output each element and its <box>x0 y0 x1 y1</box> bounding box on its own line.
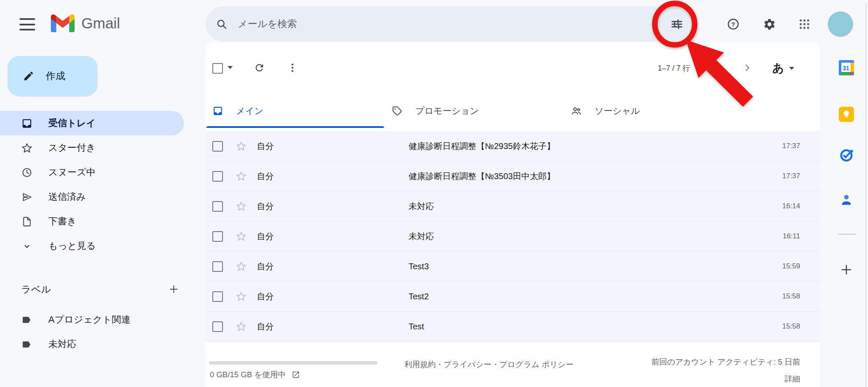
contacts-icon <box>839 192 854 207</box>
sidebar-item-snoozed[interactable]: スヌーズ中 <box>0 160 184 185</box>
email-row[interactable]: 自分 Test3 15:59 <box>206 252 820 282</box>
email-sender: 自分 <box>257 201 409 212</box>
help-button[interactable]: ? <box>721 12 745 36</box>
email-row[interactable]: 自分 健康診断日程調整【№3503田中太郎】 17:37 <box>206 161 820 191</box>
mail-list-panel: 1–7 / 7 行 あ メイン プロモーション <box>206 42 820 387</box>
svg-text:31: 31 <box>843 65 849 72</box>
email-time: 16:14 <box>782 202 800 210</box>
sidebar-item-inbox[interactable]: 受信トレイ <box>0 111 184 135</box>
email-row[interactable]: 自分 健康診断日程調整【№2935鈴木花子】 17:37 <box>206 131 820 161</box>
email-list: 自分 健康診断日程調整【№2935鈴木花子】 17:37 自分 健康診断日程調整… <box>206 131 820 342</box>
email-row[interactable]: 自分 未対応 16:14 <box>206 191 820 221</box>
get-addons-button[interactable] <box>837 260 856 279</box>
row-checkbox[interactable] <box>212 141 223 152</box>
people-icon <box>571 105 582 116</box>
compose-button[interactable]: 作成 <box>8 56 97 96</box>
gmail-window: Gmail ? <box>0 0 868 387</box>
compose-label: 作成 <box>46 69 65 83</box>
contacts-button[interactable] <box>837 191 856 209</box>
activity-details-link[interactable]: 詳細 <box>785 373 800 384</box>
search-bar[interactable] <box>206 6 694 41</box>
star-icon[interactable] <box>236 231 247 242</box>
clock-icon <box>21 167 33 178</box>
svg-text:?: ? <box>731 21 735 28</box>
next-page-button[interactable] <box>739 59 756 76</box>
star-icon[interactable] <box>236 261 247 272</box>
email-sender: 自分 <box>257 321 409 332</box>
pencil-icon <box>23 70 34 82</box>
email-time: 17:37 <box>782 142 800 150</box>
row-checkbox[interactable] <box>212 231 223 242</box>
sidebar-item-starred[interactable]: スター付き <box>0 135 184 160</box>
more-options-button[interactable] <box>283 58 302 77</box>
settings-button[interactable] <box>757 12 781 36</box>
search-input[interactable] <box>237 18 665 30</box>
tab-social[interactable]: ソーシャル <box>564 94 743 128</box>
primary-inbox-icon <box>212 105 223 116</box>
email-row[interactable]: 自分 未対応 16:11 <box>206 221 820 252</box>
inbox-tabs: メイン プロモーション ソーシャル <box>206 94 743 128</box>
labels-header: ラベル <box>21 279 51 299</box>
keep-icon <box>839 107 854 122</box>
tag-icon <box>392 105 403 116</box>
rail-divider <box>838 234 856 235</box>
email-time: 15:58 <box>782 292 800 301</box>
main-menu-button[interactable] <box>19 18 35 30</box>
refresh-icon <box>254 62 265 73</box>
label-tag-icon <box>21 314 33 326</box>
sidebar-item-more[interactable]: もっと見る <box>0 234 184 258</box>
refresh-button[interactable] <box>250 58 269 77</box>
account-avatar[interactable] <box>828 11 853 37</box>
select-dropdown-caret[interactable] <box>228 66 233 69</box>
tune-icon <box>670 18 683 30</box>
google-apps-button[interactable] <box>793 12 816 36</box>
email-subject: 未対応 <box>409 201 782 212</box>
last-account-activity: 前回のアカウント アクティビティ: 5 日前 <box>651 357 800 367</box>
email-time: 16:11 <box>783 232 800 240</box>
sidebar-item-drafts[interactable]: 下書き <box>0 209 184 234</box>
pagination-status: 1–7 / 7 行 <box>658 63 690 73</box>
tab-primary[interactable]: メイン <box>206 94 385 128</box>
policy-links[interactable]: 利用規約・プライバシー・プログラム ポリシー <box>404 359 573 370</box>
email-subject: Test <box>409 322 782 332</box>
email-sender: 自分 <box>257 261 409 272</box>
apps-grid-icon <box>798 18 810 30</box>
star-icon[interactable] <box>236 201 247 212</box>
draft-icon <box>21 216 33 227</box>
keep-button[interactable] <box>837 105 856 124</box>
search-options-button[interactable] <box>665 12 689 36</box>
calendar-icon: 31 <box>839 60 854 75</box>
email-row[interactable]: 自分 Test2 15:58 <box>206 282 820 312</box>
row-checkbox[interactable] <box>212 261 223 272</box>
tasks-button[interactable] <box>837 146 856 165</box>
more-vert-icon <box>287 62 298 73</box>
row-checkbox[interactable] <box>212 201 223 212</box>
star-icon[interactable] <box>236 321 247 332</box>
tasks-icon <box>839 148 854 163</box>
row-checkbox[interactable] <box>212 321 223 332</box>
star-icon[interactable] <box>236 291 247 302</box>
input-tools-button[interactable]: あ <box>772 60 794 76</box>
tab-promotions[interactable]: プロモーション <box>385 94 564 128</box>
plus-icon <box>840 263 853 276</box>
storage-progress-bar <box>209 361 378 365</box>
email-row[interactable]: 自分 Test 15:58 <box>206 312 820 342</box>
external-link-icon[interactable] <box>292 370 300 379</box>
create-label-button[interactable] <box>164 280 183 299</box>
row-checkbox[interactable] <box>212 171 223 182</box>
help-icon: ? <box>726 17 740 31</box>
plus-icon <box>169 284 179 294</box>
sidebar-label-pending[interactable]: 未対応 <box>0 332 184 357</box>
select-all-checkbox[interactable] <box>212 63 223 74</box>
label-tag-icon <box>21 339 33 350</box>
sidebar-label-a-project[interactable]: Aプロジェクト関連 <box>0 307 184 332</box>
star-icon[interactable] <box>236 141 247 152</box>
email-subject: 未対応 <box>409 231 783 242</box>
row-checkbox[interactable] <box>212 291 223 302</box>
sidebar-item-sent[interactable]: 送信済み <box>0 185 184 209</box>
calendar-button[interactable]: 31 <box>837 58 856 77</box>
email-sender: 自分 <box>257 171 409 182</box>
send-icon <box>21 191 33 203</box>
star-icon[interactable] <box>236 171 247 182</box>
email-sender: 自分 <box>257 141 409 152</box>
